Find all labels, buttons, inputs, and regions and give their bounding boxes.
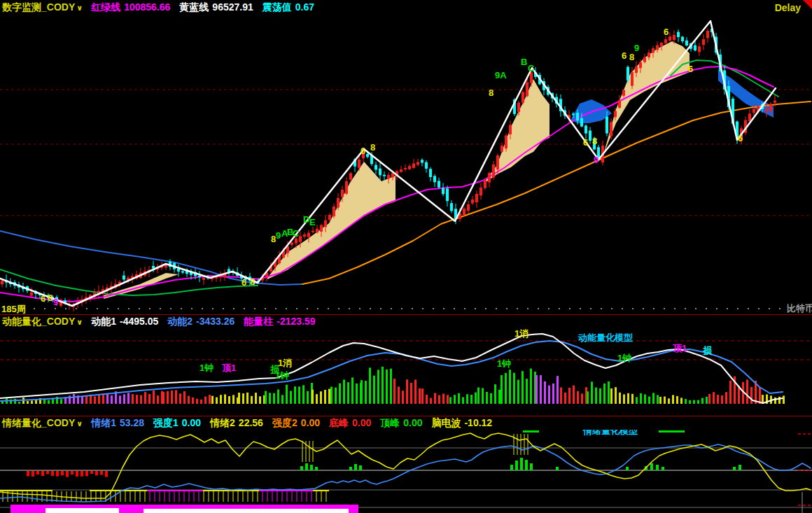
delay-badge: Delay <box>775 2 801 13</box>
svg-text:9A: 9A <box>495 70 507 80</box>
field-momentum1: 动能1-4495.05 <box>91 316 158 328</box>
field-momentum2: 动能2-3433.26 <box>167 316 234 328</box>
chevron-down-icon: ∨ <box>76 419 83 428</box>
field-oscillation: 震荡值0.67 <box>262 1 314 14</box>
momentum-indicator-dropdown[interactable]: 动能量化_CODY∨ <box>2 316 83 328</box>
chart-canvas[interactable]: 185周比特币016896889ABCDE6889ABC6896896661钟顶… <box>0 0 812 513</box>
main-indicator-header: 数字监测_CODY∨ 红绿线100856.66 黄蓝线96527.91 震荡值0… <box>0 0 812 15</box>
svg-text:6: 6 <box>688 64 693 74</box>
sentiment-panel-header: 情绪量化_CODY∨ 情绪153.28 强度10.00 情绪222.56 强度2… <box>0 417 812 430</box>
svg-text:顶1: 顶1 <box>673 343 687 353</box>
svg-text:6: 6 <box>360 146 365 156</box>
svg-text:8: 8 <box>592 136 597 146</box>
svg-text:8: 8 <box>370 142 375 153</box>
field-top-peak: 顶峰0.00 <box>380 417 422 430</box>
svg-text:动能量化模型: 动能量化模型 <box>578 332 633 343</box>
momentum-indicator-title: 动能量化_CODY <box>2 316 75 327</box>
field-brainwave: 脑电波-10.12 <box>431 417 492 430</box>
svg-text:8: 8 <box>48 293 52 303</box>
svg-text:1钟: 1钟 <box>275 370 289 381</box>
svg-text:8: 8 <box>629 52 634 62</box>
svg-text:1消: 1消 <box>514 328 528 339</box>
svg-text:1钟: 1钟 <box>617 353 631 363</box>
svg-text:6: 6 <box>583 137 588 148</box>
svg-text:1钟: 1钟 <box>497 358 511 369</box>
field-sentiment1: 情绪153.28 <box>91 417 144 430</box>
svg-text:E: E <box>309 217 316 227</box>
field-strength1: 强度10.00 <box>153 417 201 430</box>
svg-text:6: 6 <box>738 133 743 143</box>
svg-text:9: 9 <box>634 43 639 53</box>
svg-text:1钟: 1钟 <box>200 363 214 373</box>
svg-text:6: 6 <box>241 277 246 288</box>
field-strength2: 强度20.00 <box>272 417 320 430</box>
svg-text:8: 8 <box>250 276 255 287</box>
trading-app-window: { "header": { "title": "数字监测_CODY", "dro… <box>0 0 812 513</box>
svg-text:D: D <box>303 214 309 225</box>
field-bottom-peak: 底峰0.00 <box>329 417 371 430</box>
main-indicator-dropdown[interactable]: 数字监测_CODY∨ <box>2 1 83 14</box>
svg-text:9: 9 <box>594 155 598 165</box>
svg-text:6: 6 <box>622 50 626 61</box>
field-sentiment2: 情绪222.56 <box>210 417 263 430</box>
svg-text:顶1: 顶1 <box>222 363 236 373</box>
svg-text:C: C <box>293 228 300 239</box>
svg-text:B: B <box>521 57 527 67</box>
sentiment-indicator-dropdown[interactable]: 情绪量化_CODY∨ <box>2 417 83 430</box>
svg-text:C: C <box>528 63 535 73</box>
momentum-panel-header: 动能量化_CODY∨ 动能1-4495.05 动能2-3433.26 能量柱-2… <box>0 316 812 328</box>
svg-text:9: 9 <box>276 230 281 241</box>
svg-text:比特币01: 比特币01 <box>787 303 812 314</box>
svg-text:6: 6 <box>41 293 46 304</box>
field-yellow-blue-line: 黄蓝线96527.91 <box>179 1 253 14</box>
svg-text:9: 9 <box>53 297 58 307</box>
svg-text:1消: 1消 <box>278 358 292 368</box>
main-indicator-title: 数字监测_CODY <box>2 1 75 13</box>
svg-text:损: 损 <box>702 345 713 356</box>
chevron-down-icon: ∨ <box>76 318 83 326</box>
svg-text:185周: 185周 <box>1 304 26 314</box>
field-energy-bar: 能量柱-2123.59 <box>244 316 315 328</box>
field-red-green-line: 红绿线100856.66 <box>91 1 170 14</box>
svg-text:6: 6 <box>664 27 668 37</box>
chevron-down-icon: ∨ <box>76 3 83 12</box>
sentiment-indicator-title: 情绪量化_CODY <box>2 417 75 428</box>
corner-triangle-icon <box>803 0 812 9</box>
svg-text:8: 8 <box>489 87 493 98</box>
